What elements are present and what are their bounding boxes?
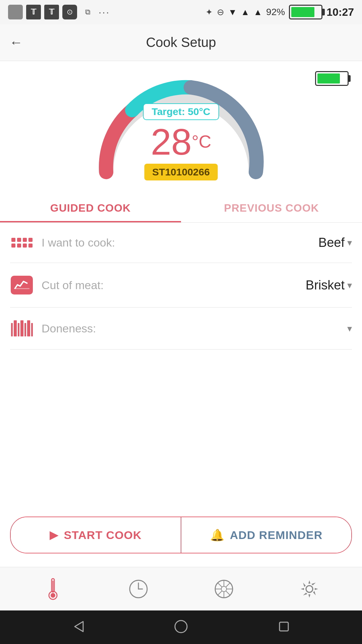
signal-icon-2: ▲ <box>253 7 262 17</box>
android-recents-button[interactable] <box>276 618 292 636</box>
doneness-label: Doneness: <box>42 322 339 335</box>
battery-percent: 92% <box>266 7 285 17</box>
bluetooth-icon: ✦ <box>205 7 213 17</box>
start-cook-button[interactable]: ▶ START COOK <box>11 517 181 553</box>
svg-line-16 <box>226 583 230 587</box>
app-icon-1 <box>8 5 23 19</box>
status-bar-right: ✦ ⊖ ▼ ▲ ▲ 92% 10:27 <box>205 5 354 19</box>
nav-settings[interactable] <box>296 576 323 602</box>
play-icon: ▶ <box>50 529 58 541</box>
bottom-nav <box>0 567 362 610</box>
svg-point-21 <box>175 621 187 633</box>
start-cook-label: START COOK <box>64 529 141 542</box>
cut-of-meat-row: Cut of meat: Brisket ▾ <box>10 263 352 308</box>
svg-marker-20 <box>75 622 83 632</box>
doneness-row: Doneness: ▾ <box>10 308 352 350</box>
chart-icon <box>10 276 34 294</box>
svg-point-9 <box>221 586 227 592</box>
cut-of-meat-chevron: ▾ <box>347 280 352 291</box>
grid-icon <box>10 238 34 248</box>
app-icon-5: ⧉ <box>80 5 95 19</box>
svg-point-4 <box>51 593 55 598</box>
nav-thermometer[interactable] <box>40 576 66 602</box>
gauge-container: Target: 50°C 28 °C ST10100266 <box>87 71 275 182</box>
nav-scan[interactable] <box>210 576 237 602</box>
clock-icon <box>128 579 148 599</box>
battery-icon <box>289 5 322 19</box>
android-nav-bar <box>0 610 362 644</box>
temp-unit: °C <box>192 133 211 150</box>
status-bar: 𝕋 𝕋 ⊙ ⧉ ··· ✦ ⊖ ▼ ▲ ▲ 92% 10:27 <box>0 0 362 24</box>
app-icon-3: 𝕋 <box>44 5 59 19</box>
page-title: Cook Setup <box>146 35 216 50</box>
target-badge: Target: 50°C <box>143 103 219 120</box>
wifi-icon: ▼ <box>228 7 237 17</box>
svg-rect-22 <box>280 622 288 631</box>
gauge-section: Target: 50°C 28 °C ST10100266 <box>0 61 362 189</box>
status-time: 10:27 <box>326 6 354 18</box>
current-temperature: 28 <box>151 123 192 160</box>
tab-previous-cook[interactable]: PREVIOUS COOK <box>181 192 362 222</box>
food-type-label: I want to cook: <box>42 236 310 249</box>
bell-icon: 🔔 <box>210 528 225 542</box>
app-icon-2: 𝕋 <box>26 5 41 19</box>
svg-line-17 <box>218 591 222 595</box>
action-buttons: ▶ START COOK 🔔 ADD REMINDER <box>10 517 352 553</box>
cut-of-meat-dropdown[interactable]: Brisket ▾ <box>306 278 352 292</box>
aperture-icon <box>214 579 234 599</box>
device-id-badge: ST10100266 <box>144 164 218 180</box>
android-back-button[interactable] <box>70 618 86 636</box>
status-bar-left: 𝕋 𝕋 ⊙ ⧉ ··· <box>8 5 110 19</box>
barcode-icon <box>10 320 34 336</box>
back-button[interactable]: ← <box>9 35 23 50</box>
food-type-row: I want to cook: Beef ▾ <box>10 223 352 263</box>
svg-line-14 <box>218 583 222 587</box>
cut-of-meat-label: Cut of meat: <box>42 279 298 292</box>
thermometer-icon <box>47 577 59 601</box>
svg-rect-0 <box>14 288 29 289</box>
app-header: ← Cook Setup <box>0 24 362 61</box>
minus-icon: ⊖ <box>217 7 224 17</box>
gear-icon <box>299 579 319 599</box>
signal-icon: ▲ <box>241 7 250 17</box>
probe-battery-indicator <box>315 71 349 86</box>
tab-guided-cook[interactable]: GUIDED COOK <box>0 192 181 222</box>
doneness-dropdown[interactable]: ▾ <box>347 323 352 334</box>
app-icon-more: ··· <box>99 6 110 18</box>
android-home-button[interactable] <box>173 618 189 636</box>
add-reminder-label: ADD REMINDER <box>230 529 322 542</box>
gauge-center: Target: 50°C 28 °C ST10100266 <box>143 103 219 180</box>
food-type-chevron: ▾ <box>347 237 352 248</box>
add-reminder-button[interactable]: 🔔 ADD REMINDER <box>181 517 351 553</box>
app-icon-4: ⊙ <box>62 5 77 19</box>
svg-point-19 <box>306 586 313 592</box>
svg-line-15 <box>226 591 230 595</box>
doneness-chevron: ▾ <box>347 323 352 334</box>
nav-history[interactable] <box>125 576 152 602</box>
form-section: I want to cook: Beef ▾ Cut of meat: Bris… <box>0 223 362 503</box>
food-type-dropdown[interactable]: Beef ▾ <box>318 235 352 250</box>
tab-bar: GUIDED COOK PREVIOUS COOK <box>0 192 362 223</box>
